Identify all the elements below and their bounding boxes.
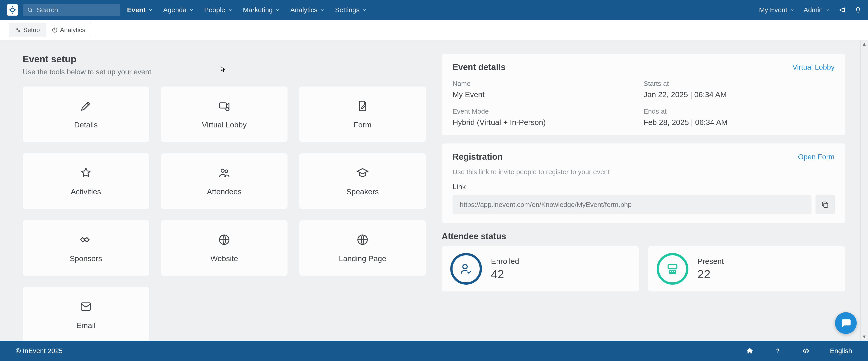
scrollbar[interactable]: ▲ ▼ [860,40,868,341]
copy-link-button[interactable] [815,195,835,215]
chevron-down-icon [189,8,194,12]
registration-link-field[interactable]: https://app.inevent.com/en/Knowledge/MyE… [453,195,811,215]
detail-label-starts: Starts at [644,80,835,88]
stat-label-present: Present [698,257,724,266]
right-column: Event details Virtual Lobby Name My Even… [442,54,845,341]
search-input[interactable] [37,6,116,14]
tile-website[interactable]: Website [161,220,287,276]
announcements-button[interactable] [839,6,846,13]
main-content: Event setup Use the tools below to set u… [0,40,868,341]
brand-logo[interactable] [7,4,18,15]
tile-details[interactable]: Details [23,87,149,142]
subtab-group: Setup Analytics [9,23,91,37]
notifications-button[interactable] [855,7,861,13]
status-card-enrolled: Enrolled 42 [442,246,639,291]
nav-item-analytics[interactable]: Analytics [290,6,324,14]
tile-form[interactable]: Form [299,87,426,142]
detail-label-mode: Event Mode [453,107,644,115]
mail-icon [80,300,92,313]
footer-language[interactable]: English [830,347,852,355]
detail-value-starts: Jan 22, 2025 | 06:34 AM [644,90,835,99]
chevron-down-icon [826,8,830,12]
tile-attendees[interactable]: Attendees [161,153,287,209]
search-box[interactable] [23,4,120,16]
grad-cap-icon [356,166,369,179]
open-form-link[interactable]: Open Form [798,153,835,161]
nav-item-settings[interactable]: Settings [335,6,367,14]
chevron-down-icon [275,8,280,12]
footer-dev-button[interactable] [802,347,810,355]
event-detail-grid: Name My Event Starts at Jan 22, 2025 | 0… [453,80,835,127]
stat-value-present: 22 [698,267,724,281]
nav-label: Marketing [243,6,273,14]
tile-label: Activities [71,187,101,196]
tile-label: Attendees [207,187,241,196]
sliders-icon [15,27,21,33]
tile-landing-page[interactable]: Landing Page [299,220,426,276]
main-nav: Event Agenda People Marketing Analytics … [127,6,367,14]
svg-rect-10 [81,303,91,310]
tile-virtual-lobby[interactable]: Virtual Lobby [161,87,287,142]
edit-doc-icon [356,100,369,112]
chevron-down-icon [320,8,324,12]
tile-label: Website [211,254,238,263]
footer-right: English [746,347,852,355]
svg-point-16 [674,270,676,273]
globe-icon [356,233,369,246]
sub-nav: Setup Analytics [0,20,868,40]
attendee-status-cards: Enrolled 42 Present 22 [442,246,845,291]
svg-point-2 [17,29,18,29]
footer-help-button[interactable] [774,347,782,355]
detail-value-ends: Feb 28, 2025 | 06:34 AM [644,118,835,127]
tile-email[interactable]: Email [23,287,149,341]
nav-item-people[interactable]: People [204,6,232,14]
bell-icon [855,7,861,13]
tile-label: Details [74,121,98,129]
svg-rect-13 [668,265,677,269]
tile-speakers[interactable]: Speakers [299,153,426,209]
svg-point-6 [221,169,224,172]
nav-item-agenda[interactable]: Agenda [163,6,194,14]
svg-point-7 [225,170,228,173]
scroll-down-arrow[interactable]: ▼ [861,333,868,341]
panel-title: Event details [453,62,505,72]
globe-icon [218,233,230,246]
tile-label: Email [76,321,95,330]
nav-label: Event [127,6,146,14]
home-icon [746,347,754,355]
nav-label: People [204,6,225,14]
copy-icon [821,201,829,209]
status-card-present: Present 22 [648,246,845,291]
tile-label: Landing Page [339,254,386,263]
tab-analytics[interactable]: Analytics [46,23,91,37]
stat-label-enrolled: Enrolled [491,257,519,266]
chat-fab[interactable] [835,312,857,334]
registration-link-row: https://app.inevent.com/en/Knowledge/MyE… [453,195,835,215]
tile-sponsors[interactable]: Sponsors [23,220,149,276]
scroll-up-arrow[interactable]: ▲ [861,40,868,48]
handshake-icon [80,233,92,246]
tile-activities[interactable]: Activities [23,153,149,209]
star-icon [80,166,92,179]
user-menu[interactable]: Admin [804,6,830,14]
present-ring [657,253,688,285]
code-icon [802,347,810,355]
nav-item-marketing[interactable]: Marketing [243,6,280,14]
virtual-lobby-link[interactable]: Virtual Lobby [793,63,835,71]
registration-subtitle: Use this link to invite people to regist… [453,168,835,176]
cursor-icon [220,66,226,73]
pencil-icon [80,100,92,112]
tab-label: Analytics [60,26,85,34]
tile-label: Speakers [346,187,379,196]
chat-icon [840,318,851,329]
nav-item-event[interactable]: Event [127,6,153,14]
chevron-down-icon [790,8,795,12]
svg-rect-11 [824,203,828,207]
footer-copyright: ® InEvent 2025 [16,347,63,355]
event-switcher[interactable]: My Event [759,6,795,14]
footer-home-button[interactable] [746,347,754,355]
tab-setup[interactable]: Setup [9,23,46,37]
chevron-down-icon [148,8,153,12]
top-nav: Event Agenda People Marketing Analytics … [0,0,868,20]
detail-value-name: My Event [453,90,644,99]
